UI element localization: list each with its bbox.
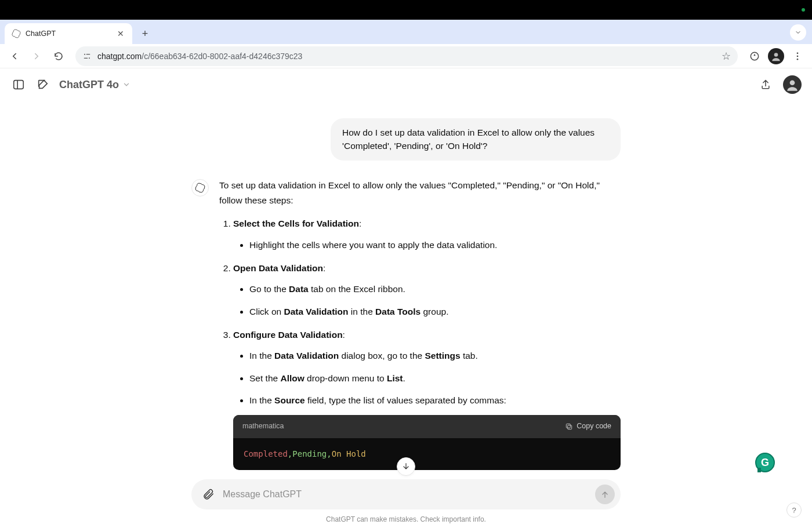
new-tab-button[interactable]: + [137, 26, 153, 42]
svg-point-6 [797, 52, 799, 54]
svg-rect-13 [567, 424, 571, 428]
code-block: mathematica Copy code Completed,Pending,… [233, 415, 621, 470]
svg-rect-3 [84, 57, 88, 58]
os-titlebar [0, 0, 812, 20]
new-chat-icon[interactable] [35, 77, 51, 93]
forward-button[interactable] [28, 48, 45, 65]
code-content: Completed,Pending,On Hold [233, 438, 621, 471]
svg-point-11 [790, 80, 795, 85]
step-1: Select the Cells for Validation: Highlig… [233, 216, 621, 253]
user-message-text: How do I set up data validation in Excel… [331, 118, 621, 161]
model-name: ChatGPT 4o [59, 79, 119, 91]
grammarly-widget[interactable]: G [755, 453, 775, 472]
site-settings-icon[interactable] [82, 52, 92, 61]
chat-scroll-area[interactable]: How do I set up data validation in Excel… [0, 101, 812, 479]
step-2-bullet-2: Click on Data Validation in the Data Too… [249, 304, 621, 319]
step-1-bullet-1: Highlight the cells where you want to ap… [249, 238, 621, 253]
chatgpt-app: ChatGPT 4o How do I set up data validati… [0, 68, 812, 528]
reload-button[interactable] [50, 48, 67, 65]
step-3-bullet-2: Set the Allow drop-down menu to List. [249, 371, 621, 386]
assistant-avatar-icon [191, 179, 209, 196]
share-icon[interactable] [757, 77, 774, 93]
svg-rect-9 [14, 81, 24, 89]
user-avatar[interactable] [783, 75, 802, 94]
app-header: ChatGPT 4o [0, 68, 812, 101]
help-button[interactable]: ? [786, 502, 802, 518]
address-bar[interactable]: chatgpt.com/c/66eab634-62d0-8002-aaf4-d4… [75, 46, 738, 66]
assistant-intro-text: To set up data validation in Excel to al… [219, 178, 621, 209]
attach-file-icon[interactable] [200, 486, 217, 503]
browser-profile-avatar[interactable] [768, 48, 784, 64]
step-2-bullet-1: Go to the Data tab on the Excel ribbon. [249, 282, 621, 297]
composer-area [0, 479, 812, 512]
sidebar-toggle-icon[interactable] [10, 77, 27, 93]
model-picker[interactable]: ChatGPT 4o [59, 79, 130, 91]
tabs-dropdown-button[interactable] [790, 24, 806, 41]
tab-close-button[interactable]: ✕ [116, 29, 125, 38]
svg-point-4 [751, 52, 758, 60]
svg-point-2 [89, 57, 90, 59]
assistant-message: To set up data validation in Excel to al… [191, 178, 621, 480]
browser-tabstrip: ChatGPT ✕ + [0, 20, 812, 44]
scroll-to-bottom-button[interactable] [397, 457, 415, 476]
assistant-content: To set up data validation in Excel to al… [219, 178, 621, 480]
browser-toolbar: chatgpt.com/c/66eab634-62d0-8002-aaf4-d4… [0, 44, 812, 68]
svg-point-5 [774, 53, 778, 57]
browser-menu-button[interactable] [789, 48, 806, 65]
bookmark-star-icon[interactable]: ☆ [722, 50, 731, 63]
url-text: chatgpt.com/c/66eab634-62d0-8002-aaf4-d4… [97, 52, 716, 61]
svg-rect-12 [568, 425, 572, 429]
recording-indicator [802, 8, 805, 12]
svg-rect-1 [86, 54, 90, 54]
step-2: Open Data Validation: Go to the Data tab… [233, 261, 621, 319]
chatgpt-favicon-icon [12, 29, 21, 38]
message-composer [191, 479, 621, 509]
step-3-bullet-3: In the Source field, type the list of va… [249, 393, 621, 408]
code-block-header: mathematica Copy code [233, 415, 621, 438]
message-input[interactable] [223, 489, 589, 500]
tab-title: ChatGPT [26, 30, 111, 38]
back-button[interactable] [6, 48, 23, 65]
code-language-label: mathematica [242, 420, 284, 432]
svg-point-0 [84, 53, 85, 54]
send-button[interactable] [595, 485, 615, 504]
step-3-bullet-1: In the Data Validation dialog box, go to… [249, 348, 621, 363]
copy-code-button[interactable]: Copy code [565, 420, 611, 432]
browser-tab[interactable]: ChatGPT ✕ [5, 23, 132, 44]
disclaimer-text: ChatGPT can make mistakes. Check importa… [0, 512, 812, 528]
step-3: Configure Data Validation: In the Data V… [233, 327, 621, 479]
svg-point-8 [797, 58, 799, 60]
extension-icon[interactable] [746, 48, 763, 65]
chevron-down-icon [122, 81, 130, 89]
svg-point-7 [797, 55, 799, 57]
user-message: How do I set up data validation in Excel… [191, 118, 621, 161]
